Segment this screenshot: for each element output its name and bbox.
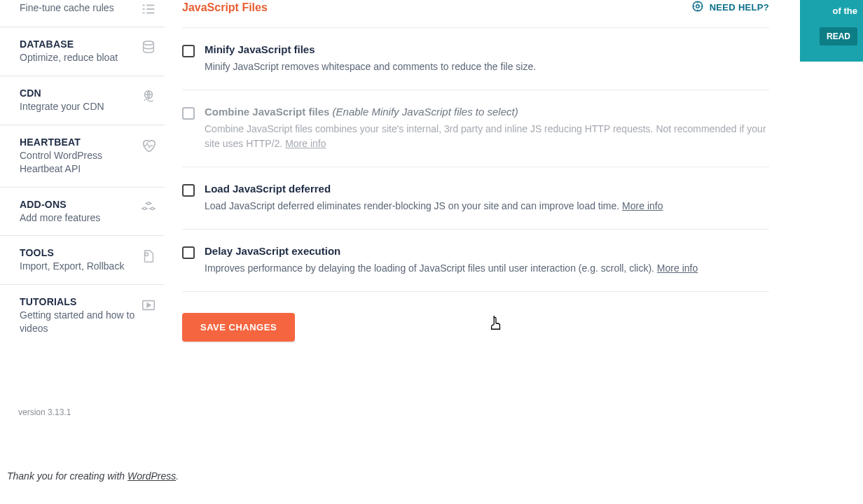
sidebar-item-cdn[interactable]: CDN Integrate your CDN (0, 76, 165, 125)
version-text: version 3.13.1 (18, 407, 71, 417)
option-title: Load JavaScript deferred (205, 183, 769, 195)
promo-text: of the (806, 6, 857, 16)
option-delay-js: Delay JavaScript execution Improves perf… (182, 230, 769, 292)
save-changes-button[interactable]: SAVE CHANGES (182, 313, 295, 342)
need-help-label: NEED HELP? (710, 2, 769, 13)
checkbox-defer-js[interactable] (182, 184, 195, 197)
globe-icon (141, 89, 156, 104)
sidebar-item-sub: Fine-tune cache rules (20, 1, 135, 15)
svg-point-6 (144, 41, 154, 46)
sidebar-item-addons[interactable]: ADD-ONS Add more features (0, 188, 165, 237)
svg-point-11 (696, 5, 699, 8)
sidebar-item-heartbeat[interactable]: HEARTBEAT Control WordPress Heartbeat AP… (0, 125, 165, 188)
option-combine-js: Combine JavaScript files (Enable Minify … (182, 90, 769, 167)
sidebar-item-title: TUTORIALS (20, 296, 135, 307)
heart-pulse-icon (141, 138, 156, 153)
sidebar-item-cache-rules[interactable]: Fine-tune cache rules (0, 0, 165, 27)
need-help-link[interactable]: NEED HELP? (691, 0, 769, 15)
checkbox-combine-js (182, 107, 195, 120)
option-desc: Load JavaScript deferred eliminates rend… (205, 199, 769, 214)
sidebar-item-sub: Integrate your CDN (20, 100, 135, 113)
sidebar-item-sub: Add more features (20, 211, 135, 225)
checkbox-delay-js[interactable] (182, 246, 195, 259)
option-desc: Improves performance by delaying the loa… (205, 261, 769, 276)
option-title: Delay JavaScript execution (205, 245, 769, 257)
sidebar-item-sub: Getting started and how to videos (20, 309, 135, 335)
more-info-link[interactable]: More info (657, 262, 698, 274)
sidebar-item-title: CDN (20, 88, 135, 99)
promo-read-button[interactable]: READ (820, 27, 857, 46)
option-title: Combine JavaScript files (Enable Minify … (205, 106, 769, 118)
sidebar-item-tutorials[interactable]: TUTORIALS Getting started and how to vid… (0, 285, 165, 346)
option-hint: (Enable Minify JavaScript files to selec… (333, 106, 518, 118)
more-info-link[interactable]: More info (622, 200, 663, 211)
sidebar-item-title: DATABASE (20, 38, 135, 50)
footer-credit: Thank you for creating with WordPress. (7, 470, 179, 482)
sidebar-item-sub: Control WordPress Heartbeat API (20, 149, 135, 176)
option-title: Minify JavaScript files (205, 43, 769, 55)
option-minify-js: Minify JavaScript files Minify JavaScrip… (182, 28, 769, 90)
sidebar: Fine-tune cache rules DATABASE Optimize,… (0, 0, 165, 504)
option-desc: Combine JavaScript files combines your s… (205, 122, 769, 151)
sidebar-item-sub: Optimize, reduce bloat (20, 51, 135, 64)
section-title: JavaScript Files (182, 1, 268, 14)
help-icon (691, 0, 704, 15)
boxes-icon (141, 200, 156, 216)
main-content: JavaScript Files NEED HELP? Minify JavaS… (182, 0, 769, 342)
list-check-icon (141, 1, 156, 17)
promo-box: of the READ (800, 0, 863, 62)
file-gear-icon (141, 248, 156, 264)
sidebar-item-database[interactable]: DATABASE Optimize, reduce bloat (0, 27, 165, 76)
checkbox-minify-js[interactable] (182, 45, 195, 57)
svg-point-8 (145, 253, 149, 256)
sidebar-item-title: ADD-ONS (20, 199, 135, 210)
sidebar-item-title: TOOLS (20, 247, 135, 258)
sidebar-item-sub: Import, Export, Rollback (20, 260, 135, 273)
wordpress-link[interactable]: WordPress (127, 470, 176, 482)
option-desc: Minify JavaScript removes whitespace and… (205, 59, 769, 74)
more-info-link[interactable]: More info (285, 138, 326, 149)
play-video-icon (141, 298, 156, 313)
database-icon (141, 40, 156, 55)
sidebar-item-tools[interactable]: TOOLS Import, Export, Rollback (0, 236, 165, 285)
option-defer-js: Load JavaScript deferred Load JavaScript… (182, 167, 769, 230)
sidebar-item-title: HEARTBEAT (20, 136, 135, 148)
